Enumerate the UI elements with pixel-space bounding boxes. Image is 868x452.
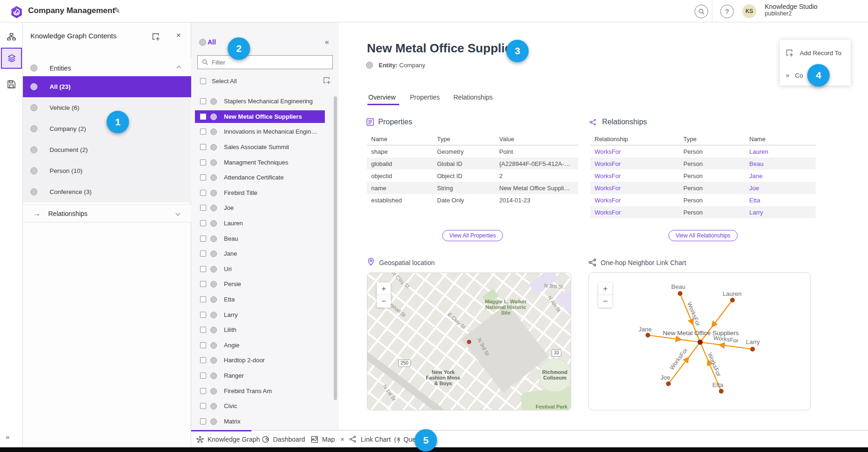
entity-type-vehicle[interactable]: Vehicle (6) bbox=[23, 97, 191, 118]
item-checkbox[interactable] bbox=[200, 357, 206, 363]
item-checkbox[interactable] bbox=[200, 418, 206, 424]
item-checkbox[interactable] bbox=[200, 159, 206, 165]
node-label[interactable]: Joe bbox=[660, 374, 670, 381]
expand-rail-icon[interactable]: » bbox=[6, 433, 9, 441]
list-item[interactable]: Uri bbox=[195, 263, 325, 275]
relationship-link[interactable]: WorksFor bbox=[590, 197, 679, 204]
list-item-selected[interactable]: New Metal Office Suppliers bbox=[195, 110, 325, 123]
data-model-icon[interactable] bbox=[5, 31, 18, 43]
entity-link[interactable]: Jane bbox=[745, 172, 816, 179]
list-item[interactable]: Firebird Trans Am bbox=[195, 385, 325, 397]
zoom-out-button[interactable]: − bbox=[377, 295, 391, 308]
list-item[interactable]: Managment Techniques bbox=[195, 156, 325, 169]
list-item[interactable]: Larry bbox=[195, 309, 325, 321]
relationship-link[interactable]: WorksFor bbox=[590, 172, 679, 179]
entity-type-person[interactable]: Person (10) bbox=[23, 160, 191, 181]
view-all-relationships-button[interactable]: View All Relationships bbox=[668, 230, 737, 241]
relationship-link[interactable]: WorksFor bbox=[590, 185, 679, 192]
item-checkbox[interactable] bbox=[200, 205, 206, 211]
close-panel-icon[interactable]: × bbox=[176, 31, 181, 40]
list-item[interactable]: Persie bbox=[195, 278, 325, 290]
list-item[interactable]: Ranger bbox=[195, 369, 325, 382]
item-checkbox[interactable] bbox=[200, 144, 206, 150]
app-logo-icon[interactable] bbox=[10, 6, 23, 19]
tab-overview[interactable]: Overview bbox=[368, 93, 395, 101]
save-icon[interactable] bbox=[5, 78, 18, 91]
add-record-icon[interactable] bbox=[152, 33, 160, 41]
item-checkbox[interactable] bbox=[200, 220, 206, 226]
node-label[interactable]: Lauren bbox=[723, 290, 741, 297]
entities-section-header[interactable]: Entities bbox=[23, 58, 191, 78]
view-all-properties-button[interactable]: View All Properties bbox=[442, 230, 503, 241]
relationship-link[interactable]: WorksFor bbox=[590, 148, 679, 155]
item-checkbox[interactable] bbox=[200, 388, 206, 394]
node-label[interactable]: Etta bbox=[712, 381, 723, 388]
chart-zoom-control[interactable]: + − bbox=[598, 282, 612, 308]
item-checkbox[interactable] bbox=[200, 114, 206, 120]
edit-title-icon[interactable]: ✎ bbox=[114, 6, 120, 15]
relationships-section-header[interactable]: → Relationships bbox=[23, 204, 191, 222]
close-tab-icon[interactable]: × bbox=[340, 435, 344, 443]
view-tab-knowledge-graph[interactable]: Knowledge Graph × bbox=[196, 430, 270, 448]
item-checkbox[interactable] bbox=[200, 296, 206, 302]
list-item[interactable]: Joe bbox=[195, 201, 325, 214]
item-checkbox[interactable] bbox=[200, 266, 206, 272]
list-item[interactable]: Lilith bbox=[195, 323, 325, 336]
filter-input[interactable] bbox=[197, 55, 333, 69]
center-node-label[interactable]: New Metal Office Suppliers bbox=[663, 330, 739, 337]
add-record-icon[interactable] bbox=[323, 77, 331, 85]
item-checkbox[interactable] bbox=[200, 98, 206, 104]
item-checkbox[interactable] bbox=[200, 327, 206, 333]
entity-link[interactable]: Etta bbox=[745, 197, 816, 204]
link-chart[interactable]: Beau Lauren Jane Larry Joe Etta New Meta… bbox=[588, 273, 811, 410]
entity-type-document[interactable]: Document (2) bbox=[23, 139, 191, 160]
entity-type-conference[interactable]: Conference (3) bbox=[23, 181, 191, 202]
relationship-link[interactable]: WorksFor bbox=[590, 160, 679, 167]
list-item[interactable]: Staplers Mechanical Engineering bbox=[195, 95, 325, 108]
item-checkbox[interactable] bbox=[200, 403, 206, 409]
list-item[interactable]: Etta bbox=[195, 293, 325, 306]
scrollbar[interactable] bbox=[334, 96, 337, 400]
list-item[interactable]: Firebird Title bbox=[195, 187, 325, 199]
list-item[interactable]: Beau bbox=[195, 232, 325, 245]
entity-link[interactable]: Joe bbox=[745, 185, 816, 192]
list-item[interactable]: Attendance Certificate bbox=[195, 171, 325, 184]
item-checkbox[interactable] bbox=[200, 129, 206, 135]
list-item[interactable]: Innovations in Mechanical Engin… bbox=[195, 125, 325, 138]
item-checkbox[interactable] bbox=[200, 236, 206, 242]
select-all-row[interactable]: Select All bbox=[200, 78, 237, 85]
help-button[interactable]: ? bbox=[720, 5, 734, 18]
search-button[interactable] bbox=[695, 5, 708, 18]
item-checkbox[interactable] bbox=[200, 251, 206, 257]
item-checkbox[interactable] bbox=[200, 190, 206, 196]
select-all-checkbox[interactable] bbox=[200, 78, 206, 84]
zoom-in-button[interactable]: + bbox=[377, 282, 391, 295]
list-item[interactable]: Sales Associate Summit bbox=[195, 141, 325, 153]
view-tab-dashboard[interactable]: Dashboard × bbox=[262, 430, 315, 448]
item-checkbox[interactable] bbox=[200, 281, 206, 287]
menu-item-add-record-to[interactable]: Add Record To bbox=[780, 43, 851, 62]
list-item[interactable]: Jane bbox=[195, 247, 325, 260]
entity-link[interactable]: Lauren bbox=[745, 148, 816, 155]
tab-relationships[interactable]: Relationships bbox=[453, 93, 493, 101]
user-info[interactable]: Knowledge Studio publisher2 bbox=[765, 3, 818, 17]
entity-link[interactable]: Beau bbox=[745, 160, 816, 167]
view-tab-map[interactable]: Map × bbox=[311, 430, 344, 448]
list-item[interactable]: Lauren bbox=[195, 217, 325, 230]
item-checkbox[interactable] bbox=[200, 174, 206, 180]
entity-type-all[interactable]: All (23) bbox=[23, 76, 191, 97]
item-checkbox[interactable] bbox=[200, 342, 206, 348]
zoom-in-button[interactable]: + bbox=[598, 282, 612, 295]
node-label[interactable]: Beau bbox=[671, 283, 685, 290]
list-item[interactable]: Hardtop 2-door bbox=[195, 354, 325, 366]
avatar[interactable]: KS bbox=[742, 4, 756, 18]
tab-properties[interactable]: Properties bbox=[410, 93, 440, 101]
item-checkbox[interactable] bbox=[200, 373, 206, 379]
entity-link[interactable]: Larry bbox=[745, 209, 816, 216]
item-checkbox[interactable] bbox=[200, 312, 206, 318]
list-item[interactable]: Matrix bbox=[195, 415, 325, 428]
contents-layers-icon[interactable] bbox=[1, 48, 22, 69]
collapse-panel-icon[interactable]: « bbox=[325, 38, 328, 46]
relationship-link[interactable]: WorksFor bbox=[590, 209, 679, 216]
list-item[interactable]: Civic bbox=[195, 400, 325, 412]
